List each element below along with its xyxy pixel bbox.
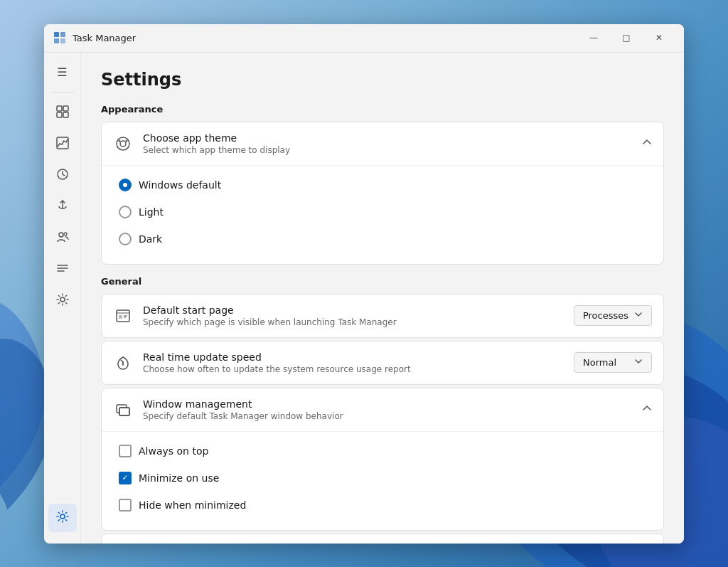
start-page-card-header: Default start page Specify which page is…	[102, 295, 663, 337]
app-icon	[53, 31, 67, 45]
window-management-card-body: Always on top Minimize on use Hide when …	[102, 431, 663, 530]
start-page-card-title: Default start page	[143, 304, 574, 316]
svg-rect-2	[54, 38, 59, 43]
sidebar-item-processes[interactable]	[48, 99, 77, 127]
svg-point-20	[126, 139, 128, 142]
sidebar-item-details[interactable]	[48, 255, 77, 284]
processes-icon	[56, 105, 69, 121]
users-icon	[56, 230, 69, 246]
start-page-dropdown-chevron	[634, 310, 643, 321]
update-speed-icon	[113, 353, 133, 373]
sidebar-item-performance[interactable]	[48, 130, 77, 159]
window-management-chevron-up-icon[interactable]	[642, 403, 652, 415]
svg-rect-27	[119, 408, 129, 415]
other-options-card-header: Other options Some additional options	[102, 534, 663, 544]
page-title: Settings	[101, 70, 664, 90]
svg-rect-21	[117, 310, 129, 322]
theme-card-title: Choose app theme	[143, 132, 642, 144]
theme-chevron-up-icon[interactable]	[642, 137, 652, 149]
checkbox-hide-when-minimized[interactable]: Hide when minimized	[116, 492, 649, 519]
task-manager-window: Task Manager — □ ✕ ☰	[44, 24, 684, 544]
theme-card-text: Choose app theme Select which app theme …	[143, 132, 642, 155]
details-icon	[56, 262, 69, 277]
window-management-card-text: Window management Specify default Task M…	[143, 398, 642, 421]
update-speed-card-subtitle: Choose how often to update the system re…	[143, 364, 574, 374]
sidebar-divider	[51, 92, 74, 93]
radio-windows-default[interactable]: Windows default	[116, 171, 649, 198]
checkbox-hide-when-minimized-label: Hide when minimized	[139, 499, 246, 511]
radio-light-label: Light	[139, 206, 164, 218]
svg-point-16	[60, 514, 65, 519]
update-speed-card-title: Real time update speed	[143, 351, 574, 363]
general-section-header: General	[101, 276, 664, 287]
history-icon	[56, 168, 69, 184]
svg-point-10	[59, 233, 63, 237]
update-speed-card-header: Real time update speed Choose how often …	[102, 341, 663, 384]
svg-rect-6	[57, 112, 62, 117]
svg-point-11	[64, 233, 67, 235]
appearance-section: Appearance Choose app theme	[101, 104, 664, 265]
start-page-card: Default start page Specify which page is…	[101, 294, 664, 338]
minimize-button[interactable]: —	[577, 26, 610, 49]
update-speed-card-text: Real time update speed Choose how often …	[143, 351, 574, 374]
radio-dark-label: Dark	[139, 233, 162, 245]
radio-windows-default-label: Windows default	[139, 179, 221, 191]
window-management-card-subtitle: Specify default Task Manager window beha…	[143, 411, 642, 421]
sidebar-item-users[interactable]	[48, 224, 77, 253]
svg-point-18	[120, 141, 126, 147]
svg-rect-0	[54, 32, 59, 37]
title-bar: Task Manager — □ ✕	[44, 24, 684, 53]
window-management-icon	[113, 400, 133, 420]
checkbox-hide-when-minimized-box	[119, 499, 132, 512]
svg-rect-3	[60, 38, 65, 43]
settings-icon	[56, 510, 69, 526]
appearance-section-header: Appearance	[101, 104, 664, 115]
window-management-card-header: Window management Specify default Task M…	[102, 388, 663, 431]
maximize-button[interactable]: □	[610, 26, 643, 49]
checkbox-minimize-on-use-label: Minimize on use	[139, 472, 219, 484]
window-management-card: Window management Specify default Task M…	[101, 388, 664, 531]
svg-point-19	[119, 139, 121, 142]
sidebar: ☰	[44, 53, 81, 544]
performance-icon	[56, 137, 69, 152]
theme-card-subtitle: Select which app theme to display	[143, 145, 642, 155]
startup-icon	[56, 199, 69, 215]
checkbox-always-on-top-label: Always on top	[139, 445, 208, 457]
sidebar-item-services[interactable]	[48, 287, 77, 315]
other-options-card: Other options Some additional options	[101, 534, 664, 544]
radio-dark[interactable]: Dark	[116, 226, 649, 253]
sidebar-item-menu[interactable]: ☰	[48, 58, 77, 87]
general-section: General	[101, 276, 664, 544]
update-speed-dropdown[interactable]: Normal	[574, 352, 652, 373]
radio-light[interactable]: Light	[116, 198, 649, 226]
sidebar-item-settings[interactable]	[48, 504, 77, 532]
update-speed-dropdown-chevron	[634, 357, 643, 368]
start-page-dropdown-container: Processes	[574, 305, 652, 326]
window-title: Task Manager	[73, 33, 577, 43]
content-area: Settings Appearance	[81, 53, 684, 544]
sidebar-item-startup[interactable]	[48, 193, 77, 221]
sidebar-item-history[interactable]	[48, 161, 77, 190]
svg-rect-5	[63, 106, 68, 111]
svg-rect-23	[119, 315, 122, 319]
svg-rect-4	[57, 106, 62, 111]
close-button[interactable]: ✕	[643, 26, 675, 49]
start-page-dropdown[interactable]: Processes	[574, 305, 652, 326]
start-page-dropdown-value: Processes	[583, 310, 628, 321]
svg-rect-1	[60, 32, 65, 37]
theme-card: Choose app theme Select which app theme …	[101, 122, 664, 265]
checkbox-always-on-top[interactable]: Always on top	[116, 438, 649, 465]
window-controls: — □ ✕	[577, 26, 675, 49]
checkbox-minimize-on-use[interactable]: Minimize on use	[116, 465, 649, 492]
checkbox-minimize-on-use-box	[119, 472, 132, 484]
radio-windows-default-circle	[119, 179, 132, 191]
start-page-card-text: Default start page Specify which page is…	[143, 304, 574, 327]
radio-dark-circle	[119, 233, 132, 245]
theme-card-icon	[113, 134, 133, 154]
menu-icon: ☰	[57, 65, 67, 79]
svg-rect-7	[63, 112, 68, 117]
update-speed-dropdown-value: Normal	[583, 357, 616, 368]
svg-point-17	[117, 137, 129, 150]
theme-card-body: Windows default Light Dark	[102, 165, 663, 264]
theme-card-header: Choose app theme Select which app theme …	[102, 122, 663, 165]
